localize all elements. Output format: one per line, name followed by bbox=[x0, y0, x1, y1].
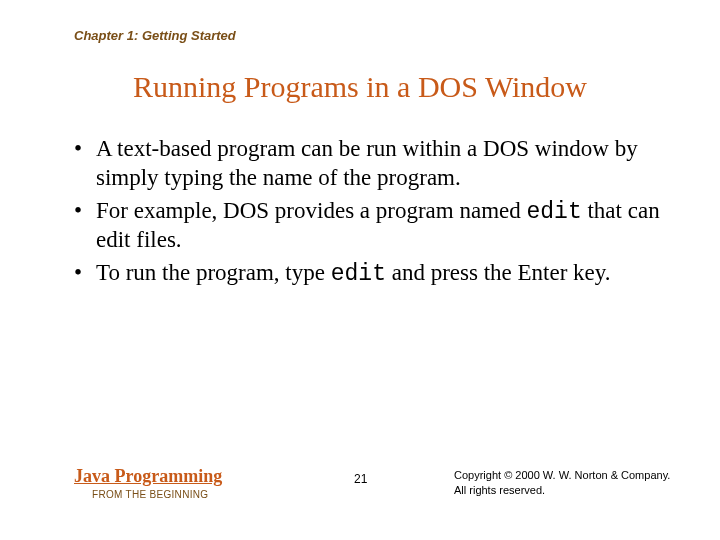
bullet-text: For example, DOS provides a program name… bbox=[96, 198, 527, 223]
list-item: For example, DOS provides a program name… bbox=[74, 197, 660, 256]
code-text: edit bbox=[331, 261, 386, 287]
bullet-text: To run the program, type bbox=[96, 260, 331, 285]
bullet-text: and press the Enter key. bbox=[386, 260, 611, 285]
slide-title: Running Programs in a DOS Window bbox=[0, 70, 720, 104]
list-item: To run the program, type edit and press … bbox=[74, 259, 660, 289]
footer: Java Programming FROM THE BEGINNING 21 C… bbox=[74, 466, 680, 516]
bullet-text: A text-based program can be run within a… bbox=[96, 136, 638, 190]
code-text: edit bbox=[527, 199, 582, 225]
copyright-line: Copyright © 2000 W. W. Norton & Company. bbox=[454, 468, 670, 483]
chapter-label: Chapter 1: Getting Started bbox=[74, 28, 236, 43]
copyright-line: All rights reserved. bbox=[454, 483, 670, 498]
page-number: 21 bbox=[354, 472, 367, 486]
list-item: A text-based program can be run within a… bbox=[74, 135, 660, 193]
copyright: Copyright © 2000 W. W. Norton & Company.… bbox=[454, 468, 670, 498]
bullet-list: A text-based program can be run within a… bbox=[74, 135, 660, 293]
